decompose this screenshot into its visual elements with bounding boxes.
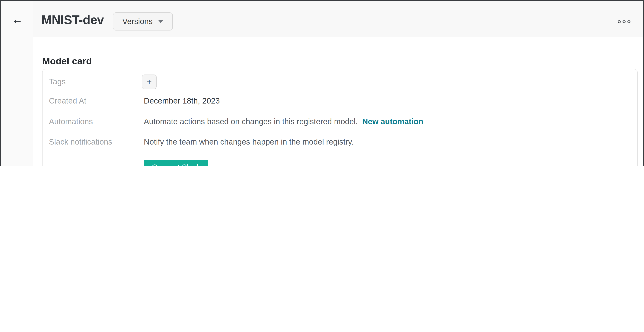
add-tag-button[interactable]: + — [142, 74, 156, 89]
app-window: ← MNIST-dev Versions Model card Tags + C… — [0, 0, 644, 166]
dot-icon — [628, 20, 630, 23]
dot-icon — [618, 20, 621, 23]
dot-icon — [622, 20, 626, 23]
automations-row: Automate actions based on changes in thi… — [144, 117, 423, 126]
automations-text: Automate actions based on changes in thi… — [144, 117, 358, 126]
chevron-down-icon — [158, 20, 163, 23]
page-title: MNIST-dev — [42, 13, 104, 27]
model-card-section-title: Model card — [42, 56, 92, 67]
slack-notifications-text: Notify the team when changes happen in t… — [144, 138, 354, 146]
slack-notifications-label: Slack notifications — [49, 138, 112, 146]
created-at-value: December 18th, 2023 — [144, 96, 220, 106]
automations-label: Automations — [49, 117, 93, 126]
back-button[interactable]: ← — [10, 12, 25, 27]
connect-slack-button[interactable]: Connect Slack — [144, 160, 208, 166]
left-sidebar: ← — [1, 1, 33, 166]
new-automation-link[interactable]: New automation — [362, 117, 423, 126]
model-card-panel: Tags + Created At December 18th, 2023 Au… — [42, 69, 638, 166]
created-at-label: Created At — [49, 96, 86, 106]
versions-dropdown-button[interactable]: Versions — [113, 12, 172, 30]
back-arrow-icon: ← — [12, 13, 23, 26]
page-header: MNIST-dev Versions — [33, 1, 643, 37]
overflow-menu-button[interactable] — [617, 20, 631, 24]
tags-label: Tags — [49, 77, 66, 86]
versions-dropdown-label: Versions — [122, 17, 153, 26]
